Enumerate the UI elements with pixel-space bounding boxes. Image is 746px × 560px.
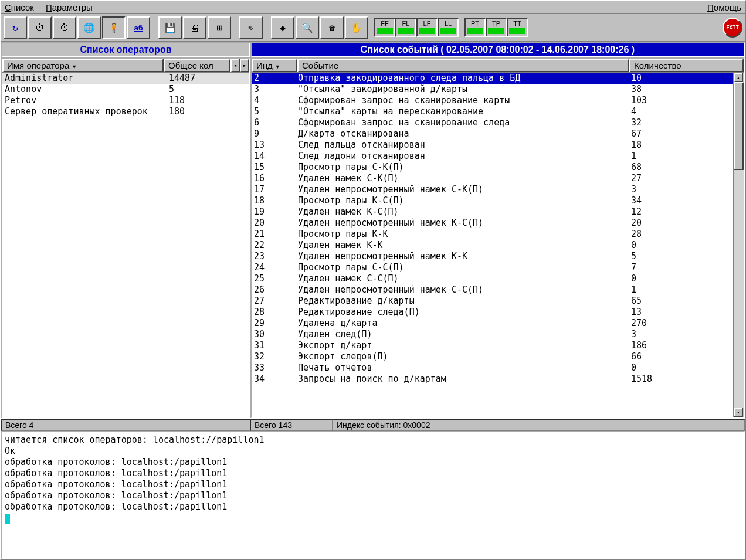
event-row[interactable]: 4Сформирован запрос на сканирование карт… [252,95,733,106]
operator-row[interactable]: Antonov5 [2,84,249,95]
exit-button[interactable]: EXIT [723,18,742,38]
operator-name: Сервер оперативных проверок [5,106,169,117]
event-row[interactable]: 24Просмотр пары С-С(П)7 [252,262,733,273]
event-row[interactable]: 28Редактирование следа(П)13 [252,307,733,318]
event-row[interactable]: 21Просмотр пары К-К28 [252,229,733,240]
event-row[interactable]: 20Удален непросмотренный намек К-С(П)20 [252,218,733,229]
event-row[interactable]: 18Просмотр пары К-С(П)34 [252,195,733,206]
event-row[interactable]: 13След пальца отсканирован18 [252,140,733,151]
event-name: Удален след(П) [298,329,631,340]
event-row[interactable]: 29Удалена д/карта270 [252,318,733,329]
indicator-group-2: PTTPTT [464,18,528,37]
toolbar-button-6[interactable]: 💾 [158,16,182,39]
event-ind: 29 [254,318,298,329]
event-name: Просмотр пары С-К(П) [298,162,631,173]
event-row[interactable]: 5"Отсылка" карты на пересканирование4 [252,106,733,117]
col-event-ind[interactable]: Инд [252,59,297,72]
event-row[interactable]: 15Просмотр пары С-К(П)68 [252,162,733,173]
event-name: След пальца отсканирован [298,140,631,151]
event-ind: 16 [254,173,298,184]
event-name: Удален намек С-К(П) [298,173,631,184]
toolbar-button-13[interactable]: ✋ [345,16,368,39]
operator-row[interactable]: Сервер оперативных проверок180 [2,106,249,117]
indicator-fl: FL [395,18,416,37]
toolbar-button-5[interactable]: аб [127,16,150,39]
event-ind: 34 [254,374,298,385]
toolbar-button-9[interactable]: ✎ [239,16,263,39]
event-name: Экспорт следов(П) [298,351,631,362]
events-list[interactable]: 2Отправка закодированного следа пальца в… [252,73,733,417]
toolbar-button-12[interactable]: ☎ [320,16,344,39]
event-row[interactable]: 27Редактирование д/карты65 [252,296,733,307]
event-count: 10 [631,73,731,84]
event-row[interactable]: 26Удален непросмотренный намек С-С(П)1 [252,284,733,296]
event-name: Удален намек К-С(П) [298,206,631,218]
event-ind: 2 [254,73,298,84]
operators-list[interactable]: Administrator14487Antonov5Petrov118Серве… [2,73,249,417]
cursor [5,514,10,524]
event-row[interactable]: 31Экспорт д/карт186 [252,340,733,351]
event-row[interactable]: 30Удален след(П)3 [252,329,733,340]
toolbar-button-11[interactable]: 🔍 [296,16,319,39]
event-row[interactable]: 14След ладони отсканирован1 [252,151,733,162]
scroll-thumb[interactable] [734,82,744,170]
col-event-name[interactable]: Событие [297,59,629,72]
event-row[interactable]: 9Д/карта отсканирована67 [252,128,733,140]
events-scrollbar[interactable]: ▴ ▾ [733,73,744,417]
scroll-up-icon[interactable]: ▴ [734,73,743,82]
event-count: 27 [631,173,731,184]
event-ind: 18 [254,195,298,206]
col-operator-count[interactable]: Общее кол [164,59,230,72]
toolbar-button-1[interactable]: ⏱ [28,16,52,39]
col-event-count[interactable]: Количество [629,59,744,72]
toolbar-button-4[interactable]: 🧍 [102,16,126,39]
event-row[interactable]: 3"Отсылка" закодированной д/карты38 [252,84,733,95]
event-row[interactable]: 25Удален намек С-С(П)0 [252,273,733,284]
toolbar-button-10[interactable]: ◆ [271,16,294,39]
event-ind: 6 [254,117,298,128]
event-row[interactable]: 19Удален намек К-С(П)12 [252,206,733,218]
menu-help[interactable]: Помощь [707,2,741,12]
event-row[interactable]: 6Сформирован запрос на сканирование след… [252,117,733,128]
operator-name: Administrator [5,73,169,84]
event-name: Сформирован запрос на сканирование следа [298,117,631,128]
event-ind: 13 [254,140,298,151]
toolbar-button-2[interactable]: ⏱ [53,16,76,39]
scroll-down-icon[interactable]: ▾ [734,408,743,417]
event-count: 5 [631,251,731,262]
event-row[interactable]: 17Удален непросмотренный намек С-К(П)3 [252,184,733,195]
scroll-left-icon[interactable]: ◂ [230,59,240,72]
col-operator-name[interactable]: Имя оператора [2,59,164,72]
log-pane: читается список операторов: localhost://… [1,431,745,559]
event-ind: 14 [254,151,298,162]
event-row[interactable]: 34Запросы на поиск по д/картам1518 [252,374,733,385]
toolbar-button-7[interactable]: 🖨 [183,16,206,39]
event-count: 28 [631,229,731,240]
operator-name: Petrov [5,95,169,106]
event-row[interactable]: 33Печать отчетов0 [252,362,733,374]
indicator-tt: TT [507,18,528,37]
menu-params[interactable]: Параметры [46,2,93,12]
event-row[interactable]: 2Отправка закодированного следа пальца в… [252,73,733,84]
event-ind: 4 [254,95,298,106]
event-name: Удалена д/карта [298,318,631,329]
event-row[interactable]: 32Экспорт следов(П)66 [252,351,733,362]
toolbar-button-8[interactable]: ⊞ [208,16,231,39]
event-count: 65 [631,296,731,307]
event-name: Удален намек С-С(П) [298,273,631,284]
toolbar-button-0[interactable]: ↻ [4,16,27,39]
menu-list[interactable]: Список [5,2,34,12]
event-row[interactable]: 22Удален намек К-К0 [252,240,733,251]
scroll-right-icon[interactable]: ▸ [240,59,249,72]
toolbar-button-3[interactable]: 🌐 [77,16,101,39]
event-row[interactable]: 23Удален непросмотренный намек К-К5 [252,251,733,262]
event-name: Удален намек К-К [298,240,631,251]
operator-row[interactable]: Petrov118 [2,95,249,106]
toolbar: ↻⏱⏱🌐🧍аб💾🖨⊞✎◆🔍☎✋ FFFLLFLL PTTPTT EXIT [1,14,745,42]
indicator-tp: TP [486,18,507,37]
event-row[interactable]: 16Удален намек С-К(П)27 [252,173,733,184]
event-count: 4 [631,106,731,117]
operator-row[interactable]: Administrator14487 [2,73,249,84]
event-count: 7 [631,262,731,273]
event-ind: 9 [254,128,298,140]
